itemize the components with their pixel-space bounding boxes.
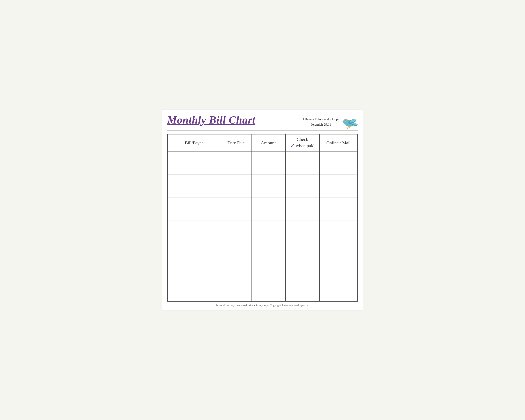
table-cell [319,232,358,244]
svg-line-13 [348,128,349,128]
table-cell [319,255,358,267]
table-row [168,186,358,198]
table-row [168,175,358,186]
table-cell [221,255,251,267]
svg-point-15 [346,119,347,120]
table-cell [168,232,221,244]
svg-line-11 [347,128,347,128]
table-cell [221,290,251,301]
header-right: I Have a Future and a Hope Jeremiah 29:1… [303,114,358,130]
table-cell [251,255,285,267]
table-cell [251,290,285,301]
table-header-row: Bill/Payee Date Due Amount Check ✓ w [168,134,358,151]
table-cell [221,175,251,186]
svg-marker-6 [342,121,343,122]
table-row [168,278,358,290]
table-cell [251,198,285,209]
table-cell [319,163,358,175]
col-header-online: Online / Mail [319,134,358,151]
bird-icon [341,114,358,130]
bill-table-wrapper: Bill/Payee Date Due Amount Check ✓ w [167,134,358,301]
table-cell [251,186,285,198]
table-cell [168,186,221,198]
table-cell [319,290,358,301]
table-cell [285,186,319,198]
table-cell [251,244,285,255]
check-header-line1: Check [297,137,308,142]
table-cell [285,209,319,221]
table-cell [285,278,319,290]
table-cell [251,175,285,186]
table-row [168,198,358,209]
table-cell [168,175,221,186]
table-cell [285,198,319,209]
table-row [168,267,358,278]
svg-point-3 [343,119,348,124]
table-cell [285,175,319,186]
table-cell [168,244,221,255]
page-title: Monthly Bill Chart [167,114,255,126]
table-cell [319,198,358,209]
table-row [168,255,358,267]
table-cell [319,186,358,198]
table-cell [319,221,358,232]
table-cell [221,163,251,175]
svg-point-5 [345,121,345,121]
table-row [168,232,358,244]
table-cell [168,198,221,209]
table-cell [251,267,285,278]
table-row [168,221,358,232]
bill-table: Bill/Payee Date Due Amount Check ✓ w [168,134,358,301]
table-cell [168,163,221,175]
footer: Personal use only, do not redistribute i… [167,304,358,307]
table-cell [285,221,319,232]
table-cell [168,152,221,163]
table-cell [285,232,319,244]
table-cell [285,244,319,255]
table-cell [251,209,285,221]
table-cell [168,278,221,290]
table-row [168,209,358,221]
table-cell [251,232,285,244]
table-cell [319,209,358,221]
table-cell [221,186,251,198]
table-cell [285,152,319,163]
table-cell [251,163,285,175]
checkmark-icon: ✓ [290,142,295,149]
table-cell [251,152,285,163]
table-cell [285,163,319,175]
svg-line-10 [349,126,350,128]
table-cell [168,255,221,267]
table-cell [319,175,358,186]
table-cell [221,244,251,255]
table-cell [285,290,319,301]
table-cell [285,267,319,278]
table-cell [221,152,251,163]
table-cell [221,267,251,278]
table-cell [319,244,358,255]
table-cell [251,221,285,232]
table-cell [221,278,251,290]
table-cell [319,267,358,278]
scripture-text: I Have a Future and a Hope Jeremiah 29:1… [303,117,339,127]
table-cell [221,209,251,221]
table-row [168,163,358,175]
table-cell [285,255,319,267]
table-cell [168,267,221,278]
page: Monthly Bill Chart I Have a Future and a… [162,110,363,310]
col-header-date: Date Due [221,134,251,151]
table-cell [221,221,251,232]
col-header-check: Check ✓ when paid [285,134,319,151]
col-header-bill: Bill/Payee [168,134,221,151]
table-cell [168,221,221,232]
table-cell [319,152,358,163]
table-cell [221,232,251,244]
check-header-line2: when paid [296,143,314,149]
col-header-amount: Amount [251,134,285,151]
header: Monthly Bill Chart I Have a Future and a… [167,114,358,131]
table-cell [319,278,358,290]
table-row [168,152,358,163]
table-cell [221,198,251,209]
table-cell [168,290,221,301]
table-row [168,244,358,255]
